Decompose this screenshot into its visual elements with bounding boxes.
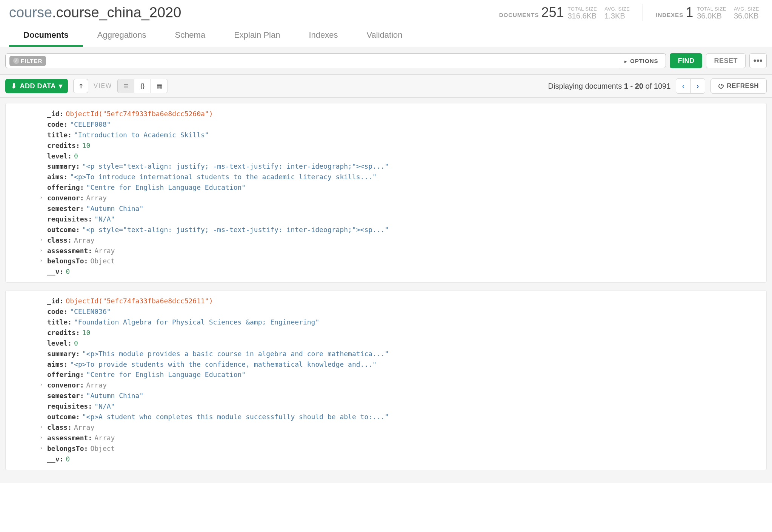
field-key: semester [47, 203, 80, 214]
field-value: "CELEF008" [70, 119, 111, 130]
field-value: "<p>A student who completes this module … [82, 412, 389, 422]
doc-toolbar: ⬇ ADD DATA ▾ ⤒ VIEW ☰ {} ▦ Displaying do… [0, 75, 772, 98]
field-value: ObjectId("5efc74f933fba6e8dcc5260a") [66, 109, 213, 119]
document-field: outcome:"<p>A student who completes this… [47, 412, 761, 422]
expand-caret-icon[interactable]: › [40, 246, 43, 255]
field-key: belongsTo [47, 256, 84, 266]
stats-bar: DOCUMENTS 251 TOTAL SIZE316.6KB AVG. SIZ… [495, 4, 763, 21]
document-field: aims:"<p>To provide students with the co… [47, 359, 761, 370]
document-field: semester:"Autumn China" [47, 391, 761, 401]
stat-indexes-value: 1 [686, 5, 693, 20]
field-value: 0 [66, 266, 70, 277]
field-value: "<p>To introduce international students … [70, 172, 377, 182]
refresh-button[interactable]: REFRESH [710, 78, 767, 94]
expand-caret-icon[interactable]: › [40, 257, 43, 265]
field-value: 0 [74, 151, 78, 161]
tab-bar: Documents Aggregations Schema Explain Pl… [0, 25, 772, 47]
tab-validation[interactable]: Validation [352, 25, 417, 47]
field-key: code [47, 119, 63, 130]
expand-caret-icon[interactable]: › [40, 381, 43, 389]
view-label: VIEW [94, 83, 112, 89]
namespace-db: course [9, 5, 52, 20]
field-key: assessment [47, 433, 88, 443]
document-field: requisites:"N/A" [47, 401, 761, 412]
page-next-button[interactable]: › [690, 79, 705, 93]
stat-documents-value: 251 [541, 5, 564, 20]
document-field: aims:"<p>To introduce international stud… [47, 172, 761, 182]
field-value: ObjectId("5efc74fa33fba6e8dcc52611") [66, 296, 213, 306]
find-button[interactable]: FIND [670, 53, 702, 68]
document-field: ›assessment:Array [47, 246, 761, 256]
filter-row: iFILTER OPTIONS FIND RESET ••• [0, 47, 772, 75]
document-field: outcome:"<p style="text-align: justify; … [47, 224, 761, 235]
field-value: 0 [74, 338, 78, 349]
expand-caret-icon[interactable]: › [40, 434, 43, 442]
namespace-collection: course_china_2020 [56, 5, 181, 20]
view-table-button[interactable]: ▦ [151, 79, 168, 93]
options-button[interactable]: OPTIONS [619, 54, 664, 68]
document-field: ›belongsTo:Object [47, 443, 761, 454]
document-field: offering:"Centre for English Language Ed… [47, 182, 761, 193]
expand-caret-icon[interactable]: › [40, 194, 43, 202]
upload-icon: ⤒ [78, 83, 84, 90]
table-icon: ▦ [157, 83, 162, 90]
document-field: __v:0 [47, 454, 761, 464]
field-key: summary [47, 349, 76, 359]
namespace-header: course.course_china_2020 DOCUMENTS 251 T… [0, 0, 772, 21]
document-field: title:"Foundation Algebra for Physical S… [47, 317, 761, 328]
document-field: ›class:Array [47, 422, 761, 433]
field-value: Object [90, 443, 115, 454]
field-key: _id [47, 296, 60, 306]
expand-caret-icon[interactable]: › [40, 423, 43, 431]
add-data-button[interactable]: ⬇ ADD DATA ▾ [5, 79, 68, 93]
expand-caret-icon[interactable]: › [40, 444, 43, 452]
field-value: 10 [82, 328, 91, 338]
caret-down-icon: ▾ [59, 82, 63, 90]
field-value: "<p>To provide students with the confide… [70, 359, 377, 370]
page-prev-button[interactable]: ‹ [676, 79, 690, 93]
document-card[interactable]: _id:ObjectId("5efc74f933fba6e8dcc5260a")… [5, 103, 767, 283]
stat-documents-label: DOCUMENTS [499, 12, 539, 18]
filter-chip: iFILTER [9, 56, 46, 66]
filter-input[interactable] [46, 54, 619, 68]
field-key: offering [47, 369, 80, 380]
field-key: level [47, 338, 68, 349]
field-value: Array [94, 433, 115, 443]
field-key: summary [47, 161, 76, 172]
field-key: level [47, 151, 68, 161]
caret-right-icon [624, 58, 629, 64]
import-button[interactable]: ⤒ [73, 79, 88, 93]
more-button[interactable]: ••• [749, 53, 767, 68]
field-value: Array [94, 246, 115, 256]
expand-caret-icon[interactable]: › [40, 236, 43, 244]
view-json-button[interactable]: {} [134, 79, 151, 93]
tab-indexes[interactable]: Indexes [294, 25, 352, 47]
tab-aggregations[interactable]: Aggregations [83, 25, 161, 47]
field-key: credits [47, 328, 76, 338]
pager: ‹ › [676, 78, 705, 94]
document-card[interactable]: _id:ObjectId("5efc74fa33fba6e8dcc52611")… [5, 290, 767, 470]
tab-schema[interactable]: Schema [160, 25, 220, 47]
view-list-button[interactable]: ☰ [118, 79, 134, 93]
field-key: code [47, 306, 63, 317]
field-value: "CELEN036" [70, 306, 111, 317]
field-key: credits [47, 140, 76, 151]
field-value: "Foundation Algebra for Physical Science… [74, 317, 319, 328]
stat-documents: DOCUMENTS 251 TOTAL SIZE316.6KB AVG. SIZ… [495, 5, 634, 20]
field-value: Array [86, 380, 107, 391]
namespace-sep: . [52, 5, 56, 20]
document-field: ›convenor:Array [47, 193, 761, 203]
tab-explain-plan[interactable]: Explain Plan [220, 25, 294, 47]
stat-indexes: INDEXES 1 TOTAL SIZE36.0KB AVG. SIZE36.0… [652, 5, 763, 20]
document-field: ›assessment:Array [47, 433, 761, 443]
field-key: outcome [47, 412, 76, 422]
document-field: ›belongsTo:Object [47, 256, 761, 266]
field-key: title [47, 317, 68, 328]
field-value: Array [74, 235, 94, 246]
field-value: Array [86, 193, 107, 203]
document-field: requisites:"N/A" [47, 214, 761, 224]
document-field: code:"CELEN036" [47, 306, 761, 317]
document-field: title:"Introduction to Academic Skills" [47, 130, 761, 140]
tab-documents[interactable]: Documents [9, 25, 83, 47]
reset-button[interactable]: RESET [706, 53, 746, 68]
